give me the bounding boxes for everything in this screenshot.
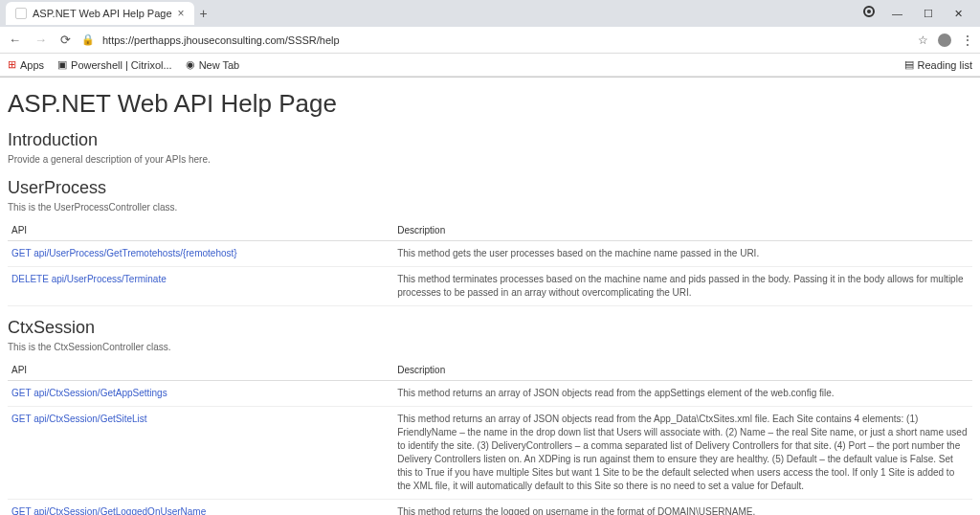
address-bar: ← → ⟳ 🔒 ☆ ⋮ xyxy=(0,27,980,54)
bookmark-bar: ⊞ Apps ▣ Powershell | Citrixol... ◉ New … xyxy=(0,54,980,77)
close-tab-icon[interactable]: × xyxy=(178,7,185,20)
lock-icon[interactable]: 🔒 xyxy=(81,34,95,46)
globe-icon: ◉ xyxy=(186,58,195,71)
bookmark-newtab-label: New Tab xyxy=(199,59,240,71)
favicon-icon xyxy=(15,8,27,19)
section-desc: This is the UserProcessController class. xyxy=(8,202,972,213)
window-controls: — ☐ ✕ xyxy=(863,6,974,22)
intro-heading: Introduction xyxy=(8,130,972,150)
reading-list-icon: ▤ xyxy=(904,58,914,71)
browser-tab[interactable]: ASP.NET Web API Help Page × xyxy=(6,2,194,25)
profile-icon[interactable] xyxy=(938,34,951,47)
minimize-button[interactable]: — xyxy=(888,6,906,22)
menu-icon[interactable]: ⋮ xyxy=(961,33,974,48)
api-desc: This method returns the logged on userna… xyxy=(393,500,972,516)
page-content: ASP.NET Web API Help Page Introduction P… xyxy=(0,78,980,515)
account-status-icon[interactable] xyxy=(863,6,875,17)
api-table: APIDescriptionGET api/CtxSession/GetAppS… xyxy=(8,360,972,515)
url-input[interactable] xyxy=(102,34,910,46)
table-row: GET api/CtxSession/GetLoggedOnUserNameTh… xyxy=(8,500,972,516)
col-desc-header: Description xyxy=(393,360,972,381)
tab-bar: ASP.NET Web API Help Page × + — ☐ ✕ xyxy=(0,0,980,27)
bookmark-apps[interactable]: ⊞ Apps xyxy=(8,58,44,71)
api-link[interactable]: GET api/UserProcess/GetTremotehosts/{rem… xyxy=(11,248,237,258)
section-heading: UserProcess xyxy=(8,178,972,198)
bookmark-star-icon[interactable]: ☆ xyxy=(918,34,928,47)
api-link[interactable]: DELETE api/UserProcess/Terminate xyxy=(11,274,167,284)
api-link[interactable]: GET api/CtxSession/GetSiteList xyxy=(11,414,147,424)
table-row: GET api/UserProcess/GetTremotehosts/{rem… xyxy=(8,241,972,267)
api-desc: This method terminates processes based o… xyxy=(393,267,972,306)
close-window-button[interactable]: ✕ xyxy=(950,6,967,22)
table-row: DELETE api/UserProcess/TerminateThis met… xyxy=(8,267,972,306)
api-link[interactable]: GET api/CtxSession/GetAppSettings xyxy=(11,388,167,398)
api-table: APIDescriptionGET api/UserProcess/GetTre… xyxy=(8,220,972,306)
api-desc: This method returns an array of JSON obj… xyxy=(393,381,972,407)
forward-button[interactable]: → xyxy=(32,30,50,50)
tab-title: ASP.NET Web API Help Page xyxy=(33,8,172,19)
reload-button[interactable]: ⟳ xyxy=(57,30,74,50)
reading-list[interactable]: ▤ Reading list xyxy=(904,58,972,71)
bookmark-powershell[interactable]: ▣ Powershell | Citrixol... xyxy=(57,58,172,71)
toolbar-right: ☆ ⋮ xyxy=(918,33,974,48)
section-heading: CtxSession xyxy=(8,318,972,338)
section-desc: This is the CtxSessionController class. xyxy=(8,342,972,352)
intro-text: Provide a general description of your AP… xyxy=(8,154,972,165)
api-desc: This method gets the user processes base… xyxy=(393,241,972,267)
bookmark-powershell-label: Powershell | Citrixol... xyxy=(71,59,172,71)
browser-chrome: ASP.NET Web API Help Page × + — ☐ ✕ ← → … xyxy=(0,0,980,78)
bookmark-apps-label: Apps xyxy=(20,59,44,71)
page-title: ASP.NET Web API Help Page xyxy=(8,89,972,119)
reading-list-label: Reading list xyxy=(918,59,972,71)
col-api-header: API xyxy=(8,360,393,381)
table-row: GET api/CtxSession/GetSiteListThis metho… xyxy=(8,407,972,500)
api-link[interactable]: GET api/CtxSession/GetLoggedOnUserName xyxy=(11,506,206,515)
api-desc: This method returns an array of JSON obj… xyxy=(393,407,972,500)
apps-icon: ⊞ xyxy=(8,58,16,71)
bookmark-newtab[interactable]: ◉ New Tab xyxy=(186,58,240,71)
col-api-header: API xyxy=(8,220,393,241)
col-desc-header: Description xyxy=(393,220,972,241)
table-row: GET api/CtxSession/GetAppSettingsThis me… xyxy=(8,381,972,407)
powershell-icon: ▣ xyxy=(57,58,67,71)
new-tab-button[interactable]: + xyxy=(200,6,208,21)
back-button[interactable]: ← xyxy=(6,30,24,50)
maximize-button[interactable]: ☐ xyxy=(920,6,937,22)
